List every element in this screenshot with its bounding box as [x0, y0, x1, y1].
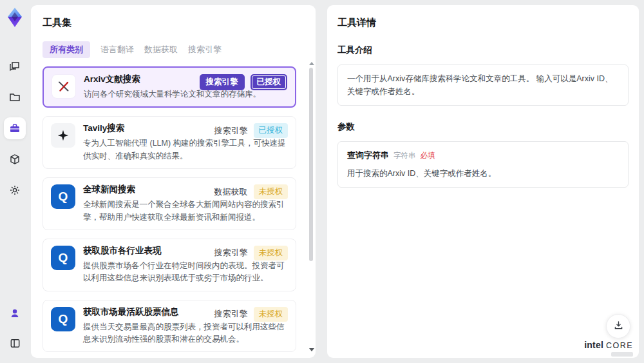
toolbox-icon — [8, 122, 21, 135]
page-title: 工具集 — [43, 17, 304, 29]
params-heading: 参数 — [337, 121, 629, 133]
detail-title: 工具详情 — [337, 17, 629, 29]
tab-translation[interactable]: 语言翻译 — [100, 41, 134, 58]
param-name: 查询字符串 — [347, 149, 389, 162]
chat-icon — [8, 60, 21, 73]
cube-icon — [8, 153, 21, 166]
layout-panel-icon — [9, 337, 21, 349]
authorized-badge: 已授权 — [254, 123, 289, 138]
tool-card-tavily[interactable]: Tavily搜索 专为人工智能代理 (LLM) 构建的搜索引擎工具，可快速提供实… — [43, 116, 296, 169]
sidebar-item-files[interactable] — [4, 86, 26, 108]
tool-card-sector-performance[interactable]: Q 获取股市各行业表现 提供股票市场各个行业在特定时间段内的表现。投资者可以利用… — [43, 239, 296, 291]
unauthorized-badge: 未授权 — [254, 246, 289, 260]
scroll-up-arrow-icon[interactable] — [309, 62, 314, 65]
sidebar-item-chat[interactable] — [4, 55, 26, 77]
intro-text-box: 一个用于从Arxiv存储库搜索科学论文和文章的工具。 输入可以是Arxiv ID… — [337, 64, 629, 106]
param-description: 用于搜索的Arxiv ID、关键字或作者姓名。 — [347, 167, 619, 180]
sidebar-item-packages[interactable] — [4, 148, 26, 170]
download-icon — [613, 320, 624, 333]
tab-all-categories[interactable]: 所有类别 — [43, 41, 90, 58]
category-badge: 搜索引擎 — [214, 125, 248, 137]
tool-description: 提供当天交易量最高的股票列表，投资者可以利用这些信息来识别流动性强的股票和潜在的… — [83, 321, 287, 346]
intel-product-text: core — [606, 341, 633, 350]
scrollbar[interactable] — [308, 62, 314, 351]
sidebar-item-tools[interactable] — [4, 117, 26, 139]
category-badge: 搜索引擎 — [200, 74, 245, 90]
scrollbar-thumb[interactable] — [309, 68, 313, 261]
param-required-badge: 必填 — [421, 150, 435, 161]
tool-detail-panel: 工具详情 工具介绍 一个用于从Arxiv存储库搜索科学论文和文章的工具。 输入可… — [327, 5, 639, 358]
param-type: 字符串 — [393, 150, 416, 161]
intel-brand-text: intel — [584, 340, 603, 350]
category-tabs: 所有类别 语言翻译 数据获取 搜索引擎 — [43, 41, 304, 58]
download-button[interactable] — [606, 314, 630, 338]
tool-card-arxiv[interactable]: Arxiv文献搜索 访问各个研究领域大量科学论文和文章的存储库。 搜索引擎 已授… — [43, 66, 296, 108]
tool-description: 全球新闻搜索是一个聚合全球各大新闻网站内容的搜索引擎，帮助用户快速获取全球最新资… — [83, 199, 287, 224]
scroll-down-arrow-icon[interactable] — [309, 348, 314, 351]
app-logo-icon — [5, 6, 25, 28]
tool-description: 提供股票市场各个行业在特定时间段内的表现。投资者可以利用这些信息来识别表现优于或… — [83, 260, 287, 285]
category-badge: 搜索引擎 — [214, 247, 248, 259]
user-avatar-icon — [8, 307, 21, 320]
unauthorized-badge: 未授权 — [254, 307, 289, 322]
intro-text: 一个用于从Arxiv存储库搜索科学论文和文章的工具。 输入可以是Arxiv ID… — [347, 74, 613, 96]
folder-icon — [8, 91, 21, 104]
tool-list-panel: 工具集 所有类别 语言翻译 数据获取 搜索引擎 Arxiv文献搜索 访问各个研究… — [31, 5, 316, 358]
tool-card-global-news[interactable]: Q 全球新闻搜索 全球新闻搜索是一个聚合全球各大新闻网站内容的搜索引擎，帮助用户… — [43, 177, 296, 230]
category-badge: 搜索引擎 — [214, 308, 248, 320]
category-badge: 数据获取 — [214, 186, 248, 198]
market-service-logo-icon: Q — [51, 246, 75, 270]
icon-rail — [0, 0, 30, 363]
tool-card-list: Arxiv文献搜索 访问各个研究领域大量科学论文和文章的存储库。 搜索引擎 已授… — [43, 66, 304, 358]
authorized-badge: 已授权 — [251, 74, 288, 90]
unauthorized-badge: 未授权 — [254, 184, 289, 199]
sidebar-item-settings[interactable] — [4, 179, 26, 201]
param-box: 查询字符串 字符串 必填 用于搜索的Arxiv ID、关键字或作者姓名。 — [337, 141, 629, 188]
tool-description: 专为人工智能代理 (LLM) 构建的搜索引擎工具，可快速提供实时、准确和真实的结… — [83, 137, 287, 162]
sidebar-item-profile[interactable] — [4, 302, 26, 324]
arxiv-logo-icon — [52, 74, 76, 99]
sidebar-item-collapse[interactable] — [4, 332, 26, 354]
intel-logo-bar — [611, 352, 633, 357]
tab-data-fetch[interactable]: 数据获取 — [144, 41, 178, 58]
intro-heading: 工具介绍 — [337, 44, 629, 56]
gear-icon — [8, 184, 21, 197]
tab-search-engine[interactable]: 搜索引擎 — [188, 41, 222, 58]
news-service-logo-icon: Q — [51, 184, 75, 209]
sparkle-icon — [51, 123, 75, 148]
market-service-logo-icon: Q — [51, 307, 75, 331]
tool-card-active-stocks[interactable]: Q 获取市场最活跃股票信息 提供当天交易量最高的股票列表，投资者可以利用这些信息… — [43, 300, 296, 353]
intel-core-logo: intel core — [584, 340, 633, 357]
